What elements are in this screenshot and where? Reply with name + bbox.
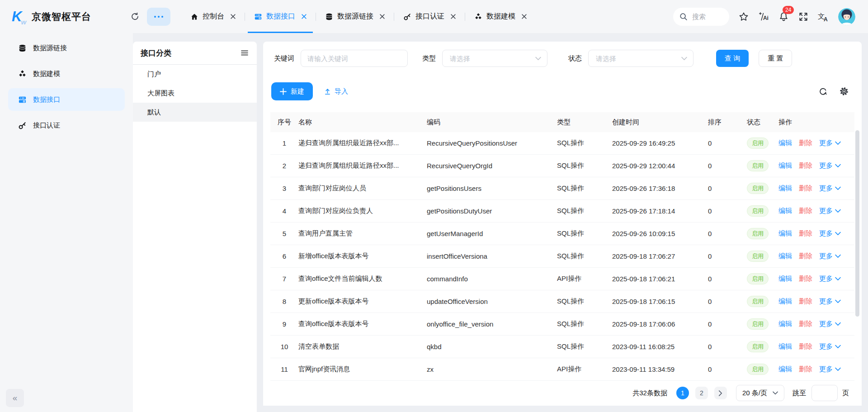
page-size-select[interactable]: 20 条/页 bbox=[736, 385, 784, 401]
reset-button[interactable]: 重 置 bbox=[759, 50, 792, 67]
delete-link[interactable]: 删除 bbox=[799, 229, 812, 238]
delete-link[interactable]: 删除 bbox=[799, 207, 812, 215]
tab-data-model[interactable]: 数据建模 bbox=[468, 0, 533, 33]
column-settings-gear-icon[interactable] bbox=[839, 86, 849, 96]
status-select[interactable] bbox=[588, 50, 693, 67]
status-badge: 启用 bbox=[747, 228, 769, 240]
table-header-row: 序号 名称 编码 类型 创建时间 排序 状态 操作 bbox=[270, 112, 854, 132]
tab-datasource[interactable]: 数据源链接 bbox=[319, 0, 391, 33]
row-index: 5 bbox=[270, 230, 298, 237]
type-select-value[interactable] bbox=[449, 54, 521, 63]
brand: Kw 京微智枢平台 bbox=[0, 9, 130, 25]
more-tabs-button[interactable] bbox=[147, 8, 170, 26]
search-input[interactable] bbox=[691, 12, 720, 21]
delete-link[interactable]: 删除 bbox=[799, 365, 812, 374]
delete-link[interactable]: 删除 bbox=[799, 297, 812, 306]
edit-link[interactable]: 编辑 bbox=[778, 184, 792, 193]
row-type: SQL操作 bbox=[557, 229, 612, 238]
delete-link[interactable]: 删除 bbox=[799, 139, 812, 147]
notifications-bell-icon[interactable]: 24 bbox=[778, 11, 789, 22]
query-button[interactable]: 查 询 bbox=[716, 50, 749, 67]
more-link-label: 更多 bbox=[819, 161, 833, 170]
refresh-tab-icon[interactable] bbox=[130, 12, 140, 21]
category-menu-icon[interactable] bbox=[241, 49, 249, 57]
translate-icon[interactable]: 文A bbox=[818, 11, 829, 22]
edit-link[interactable]: 编辑 bbox=[778, 320, 792, 328]
jump-page-input[interactable] bbox=[811, 385, 838, 401]
page-button-1[interactable]: 1 bbox=[676, 387, 689, 399]
more-link[interactable]: 更多 bbox=[819, 229, 841, 238]
close-icon[interactable] bbox=[302, 14, 307, 19]
status-select-value[interactable] bbox=[595, 54, 667, 63]
more-link[interactable]: 更多 bbox=[819, 139, 841, 147]
delete-link[interactable]: 删除 bbox=[799, 252, 812, 260]
page-button-2[interactable]: 2 bbox=[695, 387, 708, 399]
delete-link[interactable]: 删除 bbox=[799, 320, 812, 328]
table-row: 5 查询用户直属主管 getUserManagerId SQL操作 2025-0… bbox=[270, 223, 854, 245]
delete-link[interactable]: 删除 bbox=[799, 161, 812, 170]
sidebar-item-datasource[interactable]: 数据源链接 bbox=[8, 37, 125, 59]
delete-link[interactable]: 删除 bbox=[799, 275, 812, 283]
filter-bar: 关键词 类型 状态 查 询 重 置 bbox=[263, 42, 862, 67]
category-item-portal[interactable]: 门户 bbox=[133, 65, 257, 84]
chevron-down-icon bbox=[835, 186, 841, 190]
category-item-bigscreen[interactable]: 大屏图表 bbox=[133, 84, 257, 103]
ai-assistant-icon[interactable]: Ai bbox=[758, 11, 769, 22]
category-item-default[interactable]: 默认 bbox=[133, 103, 257, 122]
sidebar-item-api-auth[interactable]: 接口认证 bbox=[8, 114, 125, 137]
more-link[interactable]: 更多 bbox=[819, 342, 841, 351]
more-link[interactable]: 更多 bbox=[819, 365, 841, 374]
tab-console[interactable]: 控制台 bbox=[184, 0, 242, 33]
import-button[interactable]: 导入 bbox=[324, 87, 348, 96]
edit-link[interactable]: 编辑 bbox=[778, 229, 792, 238]
refresh-table-icon[interactable] bbox=[818, 87, 828, 96]
close-icon[interactable] bbox=[231, 14, 236, 19]
fullscreen-icon[interactable] bbox=[798, 12, 808, 22]
delete-link[interactable]: 删除 bbox=[799, 184, 812, 193]
close-icon[interactable] bbox=[451, 14, 456, 19]
header-right: Ai 24 文A bbox=[673, 8, 868, 26]
new-button[interactable]: 新建 bbox=[271, 82, 313, 100]
edit-link[interactable]: 编辑 bbox=[778, 275, 792, 283]
chevron-down-icon bbox=[835, 141, 841, 145]
tab-api-auth[interactable]: 接口认证 bbox=[397, 0, 462, 33]
edit-link[interactable]: 编辑 bbox=[778, 342, 792, 351]
favorite-star-icon[interactable] bbox=[739, 12, 749, 22]
more-link[interactable]: 更多 bbox=[819, 275, 841, 283]
more-link[interactable]: 更多 bbox=[819, 297, 841, 306]
close-icon[interactable] bbox=[522, 14, 527, 19]
more-link[interactable]: 更多 bbox=[819, 320, 841, 328]
vertical-scrollbar-thumb[interactable] bbox=[855, 130, 859, 317]
more-link-label: 更多 bbox=[819, 184, 833, 193]
svg-text:Ai: Ai bbox=[763, 14, 769, 21]
tab-data-api[interactable]: 数据接口 bbox=[248, 0, 313, 33]
user-avatar[interactable] bbox=[838, 8, 855, 25]
database-icon bbox=[325, 13, 333, 21]
row-index: 3 bbox=[270, 185, 298, 192]
more-link[interactable]: 更多 bbox=[819, 184, 841, 193]
sidebar-collapse-button[interactable]: « bbox=[6, 389, 24, 407]
edit-link[interactable]: 编辑 bbox=[778, 207, 792, 215]
global-search[interactable] bbox=[673, 8, 729, 26]
delete-link[interactable]: 删除 bbox=[799, 342, 812, 351]
row-index: 1 bbox=[270, 139, 298, 147]
keyword-input[interactable] bbox=[301, 50, 408, 67]
edit-link[interactable]: 编辑 bbox=[778, 139, 792, 147]
row-created-time: 2023-09-11 13:34:59 bbox=[612, 365, 708, 373]
type-select[interactable] bbox=[442, 50, 547, 67]
next-page-button[interactable] bbox=[714, 387, 727, 399]
edit-link[interactable]: 编辑 bbox=[778, 297, 792, 306]
row-index: 8 bbox=[270, 298, 298, 305]
edit-link[interactable]: 编辑 bbox=[778, 365, 792, 374]
home-icon bbox=[190, 13, 198, 21]
more-link[interactable]: 更多 bbox=[819, 207, 841, 215]
more-link[interactable]: 更多 bbox=[819, 252, 841, 260]
edit-link[interactable]: 编辑 bbox=[778, 252, 792, 260]
more-link[interactable]: 更多 bbox=[819, 161, 841, 170]
chevron-down-icon bbox=[835, 367, 841, 371]
edit-link[interactable]: 编辑 bbox=[778, 161, 792, 170]
keyword-label: 关键词 bbox=[274, 54, 294, 63]
close-icon[interactable] bbox=[380, 14, 385, 19]
sidebar-item-data-api[interactable]: 数据接口 bbox=[8, 88, 125, 111]
sidebar-item-data-model[interactable]: 数据建模 bbox=[8, 62, 125, 85]
